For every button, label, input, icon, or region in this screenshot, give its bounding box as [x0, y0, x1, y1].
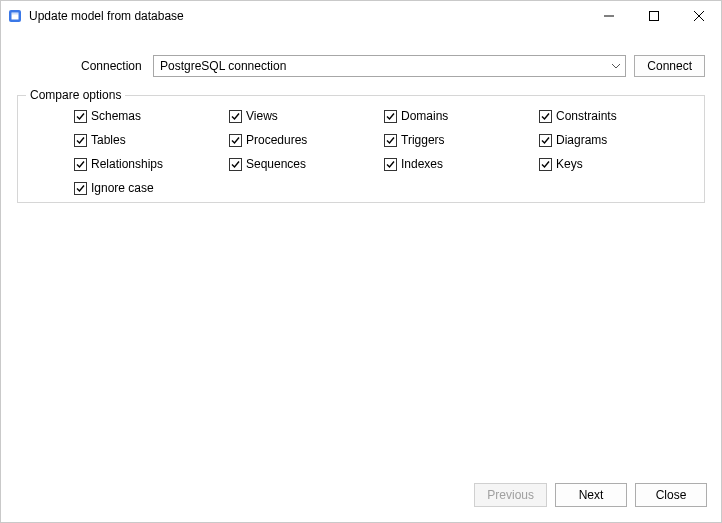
checkbox-indexes[interactable]: Indexes [384, 156, 529, 172]
check-icon [384, 134, 397, 147]
next-button[interactable]: Next [555, 483, 627, 507]
check-icon [539, 134, 552, 147]
minimize-button[interactable] [586, 1, 631, 31]
check-icon [74, 158, 87, 171]
checkbox-label: Ignore case [91, 180, 154, 196]
connection-label: Connection [81, 59, 153, 73]
check-icon [74, 182, 87, 195]
previous-button: Previous [474, 483, 547, 507]
maximize-button[interactable] [631, 1, 676, 31]
check-icon [229, 158, 242, 171]
checkbox-domains[interactable]: Domains [384, 108, 529, 124]
checkbox-keys[interactable]: Keys [539, 156, 684, 172]
check-icon [539, 158, 552, 171]
checkbox-triggers[interactable]: Triggers [384, 132, 529, 148]
previous-button-label: Previous [487, 488, 534, 502]
checkbox-label: Domains [401, 108, 448, 124]
window-title: Update model from database [29, 9, 184, 23]
checkbox-diagrams[interactable]: Diagrams [539, 132, 684, 148]
checkbox-label: Sequences [246, 156, 306, 172]
check-icon [74, 134, 87, 147]
close-button[interactable]: Close [635, 483, 707, 507]
checkbox-label: Indexes [401, 156, 443, 172]
checkbox-label: Diagrams [556, 132, 607, 148]
checkbox-label: Procedures [246, 132, 307, 148]
connection-select[interactable]: PostgreSQL connection [153, 55, 626, 77]
close-button-label: Close [656, 488, 687, 502]
check-icon [539, 110, 552, 123]
svg-rect-2 [12, 13, 19, 15]
dialog-footer: Previous Next Close [1, 478, 721, 522]
connect-button-label: Connect [647, 59, 692, 73]
dialog-window: Update model from database Connection Po… [0, 0, 722, 523]
checkbox-procedures[interactable]: Procedures [229, 132, 374, 148]
connection-selected-value: PostgreSQL connection [160, 59, 286, 73]
compare-options-grid: Schemas Views Domains [28, 108, 694, 196]
checkbox-label: Tables [91, 132, 126, 148]
check-icon [384, 110, 397, 123]
check-icon [74, 110, 87, 123]
checkbox-sequences[interactable]: Sequences [229, 156, 374, 172]
check-icon [229, 134, 242, 147]
checkbox-label: Constraints [556, 108, 617, 124]
svg-rect-3 [649, 12, 658, 21]
connection-select-wrap: PostgreSQL connection [153, 55, 626, 77]
checkbox-relationships[interactable]: Relationships [74, 156, 219, 172]
next-button-label: Next [579, 488, 604, 502]
checkbox-schemas[interactable]: Schemas [74, 108, 219, 124]
checkbox-label: Relationships [91, 156, 163, 172]
checkbox-tables[interactable]: Tables [74, 132, 219, 148]
dialog-content: Connection PostgreSQL connection Connect… [1, 31, 721, 478]
checkbox-constraints[interactable]: Constraints [539, 108, 684, 124]
connection-row: Connection PostgreSQL connection Connect [17, 55, 705, 77]
close-window-button[interactable] [676, 1, 721, 31]
checkbox-label: Views [246, 108, 278, 124]
titlebar: Update model from database [1, 1, 721, 31]
app-icon [7, 8, 23, 24]
check-icon [384, 158, 397, 171]
compare-options-legend: Compare options [26, 88, 125, 102]
checkbox-ignore-case[interactable]: Ignore case [74, 180, 219, 196]
check-icon [229, 110, 242, 123]
checkbox-label: Triggers [401, 132, 445, 148]
connect-button[interactable]: Connect [634, 55, 705, 77]
checkbox-views[interactable]: Views [229, 108, 374, 124]
checkbox-label: Schemas [91, 108, 141, 124]
checkbox-label: Keys [556, 156, 583, 172]
window-controls [586, 1, 721, 31]
compare-options-group: Compare options Schemas Views [17, 95, 705, 203]
